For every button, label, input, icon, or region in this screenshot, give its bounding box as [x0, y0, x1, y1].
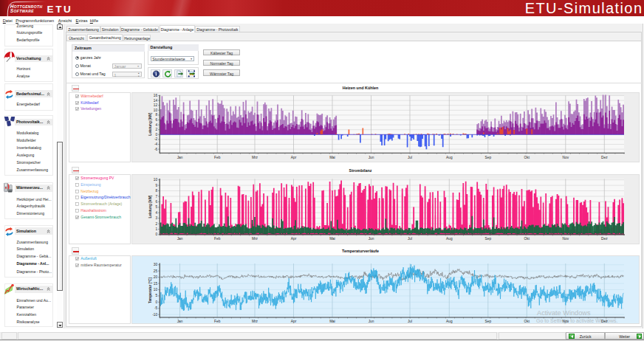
svg-text:-6: -6	[154, 148, 158, 151]
svg-text:Jan: Jan	[177, 237, 183, 241]
svg-text:Sep: Sep	[485, 156, 492, 159]
svg-text:Jun: Jun	[369, 156, 374, 159]
svg-text:Nov: Nov	[563, 320, 569, 323]
svg-text:Jul: Jul	[408, 320, 412, 323]
svg-text:Jan: Jan	[177, 156, 183, 159]
svg-text:8: 8	[156, 189, 158, 193]
svg-text:Feb: Feb	[214, 320, 221, 323]
svg-text:5: 5	[156, 294, 158, 297]
svg-text:2: 2	[156, 128, 158, 131]
svg-text:Mai: Mai	[329, 237, 335, 241]
svg-text:Leistung [kW]: Leistung [kW]	[148, 112, 152, 135]
svg-text:15: 15	[154, 282, 158, 286]
svg-text:Mrz: Mrz	[252, 320, 258, 323]
svg-text:2: 2	[156, 222, 158, 226]
svg-text:Jun: Jun	[369, 237, 374, 241]
svg-text:Apr: Apr	[291, 320, 297, 323]
svg-text:Mai: Mai	[329, 156, 335, 159]
svg-text:0: 0	[156, 133, 158, 137]
svg-text:Jan: Jan	[177, 320, 183, 323]
svg-text:Nov: Nov	[563, 156, 569, 159]
svg-text:16: 16	[154, 94, 158, 97]
svg-text:Nov: Nov	[563, 237, 569, 241]
svg-text:9: 9	[156, 184, 158, 187]
svg-text:Leistung [kW]: Leistung [kW]	[148, 195, 152, 218]
svg-text:Sep: Sep	[485, 320, 492, 323]
svg-text:25: 25	[154, 269, 158, 273]
svg-text:5: 5	[156, 205, 158, 209]
svg-text:-5: -5	[154, 306, 158, 310]
svg-text:Mrz: Mrz	[252, 156, 258, 159]
svg-text:3: 3	[156, 216, 158, 220]
svg-text:30: 30	[154, 263, 158, 266]
svg-text:Feb: Feb	[214, 156, 221, 159]
svg-text:20: 20	[154, 275, 158, 279]
svg-text:Dez: Dez	[601, 320, 608, 323]
svg-text:Apr: Apr	[291, 237, 297, 241]
svg-text:Mai: Mai	[329, 320, 335, 323]
svg-text:7: 7	[156, 195, 158, 199]
svg-text:10: 10	[154, 178, 158, 182]
svg-text:Sep: Sep	[485, 237, 492, 241]
svg-text:Feb: Feb	[214, 237, 221, 241]
svg-text:10: 10	[154, 288, 158, 292]
svg-text:-4: -4	[154, 142, 158, 146]
svg-text:Aug: Aug	[446, 320, 453, 323]
svg-text:-10: -10	[152, 313, 157, 317]
svg-text:8: 8	[156, 113, 158, 117]
svg-text:Temperatur [°C]: Temperatur [°C]	[148, 277, 152, 303]
svg-text:10: 10	[154, 108, 158, 112]
svg-text:Jul: Jul	[408, 156, 412, 159]
svg-text:Apr: Apr	[291, 156, 297, 159]
svg-text:Jul: Jul	[408, 237, 412, 241]
svg-text:Activate Windows: Activate Windows	[537, 309, 591, 317]
svg-text:-2: -2	[154, 137, 158, 141]
svg-text:Aug: Aug	[446, 237, 453, 241]
svg-text:Dez: Dez	[601, 156, 608, 159]
svg-text:Aug: Aug	[446, 156, 453, 159]
svg-text:Okt: Okt	[524, 156, 530, 159]
svg-text:6: 6	[156, 200, 158, 204]
svg-text:0: 0	[156, 300, 158, 304]
svg-text:4: 4	[156, 211, 158, 215]
svg-text:Okt: Okt	[524, 320, 530, 323]
svg-text:Okt: Okt	[524, 237, 530, 241]
svg-text:Jun: Jun	[369, 320, 374, 323]
svg-text:6: 6	[156, 118, 158, 122]
svg-text:Mrz: Mrz	[252, 237, 258, 241]
svg-text:0: 0	[156, 232, 158, 236]
svg-text:12: 12	[154, 103, 158, 107]
svg-text:1: 1	[156, 227, 158, 231]
svg-text:4: 4	[156, 123, 158, 127]
svg-text:Dez: Dez	[601, 237, 608, 241]
svg-text:14: 14	[154, 99, 158, 103]
